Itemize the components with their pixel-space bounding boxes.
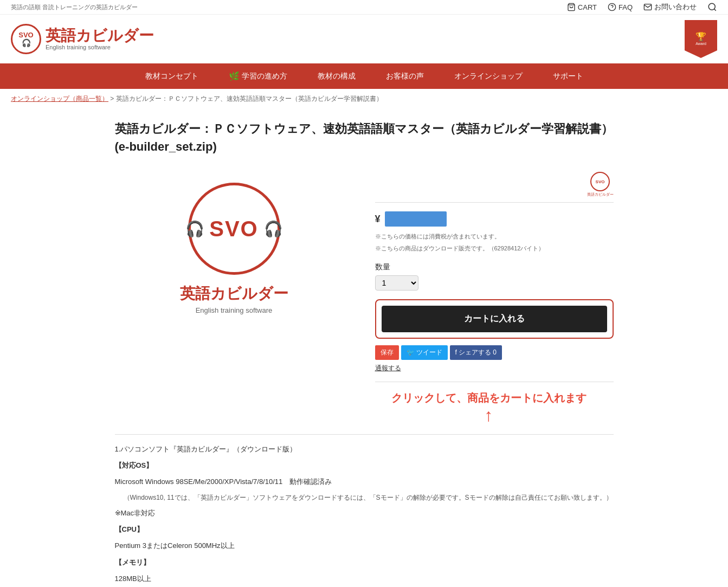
tagline: 英語の語順 音読トレーニングの英語カビルダー bbox=[11, 3, 138, 11]
product-details-area: SVO 英語カビルダー ¥ ※こちらの価格には消費税が含まれています。 ※こちら… bbox=[375, 172, 614, 425]
small-logo-circle: SVO bbox=[590, 172, 610, 191]
nav-item-okyakusama[interactable]: お客様の声 bbox=[371, 64, 439, 89]
desc-line1: 1.パソコンソフト『英語カビルダー』（ダウンロード版） bbox=[115, 443, 614, 455]
main-separator bbox=[115, 434, 614, 435]
main-nav: 教材コンセプト 🌿 学習の進め方 教材の構成 お客様の声 オンラインショップ サ… bbox=[0, 63, 728, 89]
contact-link[interactable]: お問い合わせ bbox=[643, 2, 697, 12]
facebook-icon: f bbox=[455, 349, 457, 356]
header: SVO 🎧 英語カビルダー English training software … bbox=[0, 15, 728, 63]
contact-label: お問い合わせ bbox=[654, 2, 697, 12]
logo-circle: SVO 🎧 bbox=[11, 24, 41, 54]
product-brand-sub: English training software bbox=[196, 306, 273, 314]
twitter-icon: 🐦 bbox=[407, 349, 415, 356]
desc-line9: 128MB以上 bbox=[115, 573, 614, 585]
price-note2: ※こちらの商品はダウンロード販売です。（62928412バイト） bbox=[375, 244, 614, 254]
social-row: 保存 🐦 ツイード f シェアする 0 bbox=[375, 345, 614, 360]
price-currency: ¥ bbox=[375, 214, 381, 225]
nav-item-kousei[interactable]: 教材の構成 bbox=[302, 64, 371, 89]
top-bar-actions: CART FAQ お問い合わせ bbox=[567, 2, 717, 12]
desc-line2: 【対応OS】 bbox=[115, 460, 614, 472]
desc-line4: （Windows10, 11では、「英語カビルダー」ソフトウェアをダウンロードす… bbox=[115, 492, 614, 503]
nav-item-gakushu[interactable]: 🌿 学習の進め方 bbox=[214, 63, 302, 89]
nav-item-kyouzai[interactable]: 教材コンセプト bbox=[130, 64, 214, 89]
desc-line7: Pentium 3またはCeleron 500MHz以上 bbox=[115, 540, 614, 552]
product-image-area: 🎧 SVO 🎧 英語カビルダー English training softwar… bbox=[115, 172, 353, 314]
tweet-button[interactable]: 🐦 ツイード bbox=[401, 345, 448, 360]
cart-icon bbox=[567, 3, 576, 11]
leaf-icon: 🌿 bbox=[229, 71, 240, 81]
price-value bbox=[385, 211, 447, 227]
logo-headphones-icon: 🎧 bbox=[18, 38, 33, 47]
cart-button-wrap: カートに入れる bbox=[375, 299, 614, 339]
faq-icon bbox=[608, 3, 616, 11]
cart-label: CART bbox=[578, 3, 597, 11]
description-area: 1.パソコンソフト『英語カビルダー』（ダウンロード版） 【対応OS】 Micro… bbox=[115, 443, 614, 587]
faq-link[interactable]: FAQ bbox=[608, 3, 633, 11]
logo-area: SVO 🎧 英語カビルダー English training software bbox=[11, 24, 154, 54]
product-circle: 🎧 SVO 🎧 bbox=[188, 183, 280, 275]
small-svo: SVO bbox=[596, 179, 605, 184]
price-row: ¥ bbox=[375, 202, 614, 227]
faq-label: FAQ bbox=[619, 3, 633, 11]
breadcrumb-current: 英語カビルダー：ＰＣソフトウェア、速効英語語順マスター（英語カビルダー学習解説書… bbox=[116, 95, 383, 102]
red-arrow-icon: ↑ bbox=[485, 405, 493, 425]
search-icon[interactable] bbox=[707, 2, 717, 12]
breadcrumb-link[interactable]: オンラインショップ（商品一覧） bbox=[11, 95, 108, 102]
share-button[interactable]: f シェアする 0 bbox=[450, 345, 502, 360]
headphones-right-icon: 🎧 bbox=[264, 220, 283, 238]
add-to-cart-button[interactable]: カートに入れる bbox=[382, 306, 607, 332]
notify-link[interactable]: 通報する bbox=[375, 364, 401, 372]
product-svo-text: SVO bbox=[209, 217, 258, 241]
cart-link[interactable]: CART bbox=[567, 3, 597, 11]
svg-point-3 bbox=[708, 3, 715, 10]
logo-subtitle: English training software bbox=[46, 44, 154, 50]
top-bar: 英語の語順 音読トレーニングの英語カビルダー CART FAQ お問い合わせ bbox=[0, 0, 728, 15]
logo-svo: SVO bbox=[18, 31, 33, 38]
product-brand-name: 英語カビルダー bbox=[180, 283, 288, 304]
award-badge: 🏆 Award bbox=[685, 20, 717, 58]
product-title: 英語カビルダー：ＰＣソフトウェア、速効英語語順マスター（英語カビルダー学習解説書… bbox=[115, 120, 614, 156]
nav-item-support[interactable]: サポート bbox=[538, 64, 598, 89]
desc-line6: 【CPU】 bbox=[115, 524, 614, 536]
headphones-left-icon: 🎧 bbox=[185, 220, 204, 238]
annotation-text: クリックして、商品をカートに入れます bbox=[391, 391, 587, 405]
quantity-label: 数量 bbox=[375, 262, 614, 272]
save-button[interactable]: 保存 bbox=[375, 345, 399, 360]
separator bbox=[375, 382, 614, 382]
price-note1: ※こちらの価格には消費税が含まれています。 bbox=[375, 232, 614, 242]
quantity-select[interactable]: 1 2 3 bbox=[375, 275, 418, 291]
breadcrumb-separator: > bbox=[110, 95, 115, 102]
breadcrumb: オンラインショップ（商品一覧） > 英語カビルダー：ＰＣソフトウェア、速効英語語… bbox=[0, 89, 728, 109]
logo-name: 英語カビルダー bbox=[46, 28, 154, 44]
product-logo-large: 🎧 SVO 🎧 英語カビルダー English training softwar… bbox=[180, 183, 288, 314]
contact-icon bbox=[643, 3, 652, 11]
small-logo-wrap: SVO 英語カビルダー bbox=[375, 172, 614, 197]
nav-item-online-shop[interactable]: オンラインショップ bbox=[439, 64, 538, 89]
desc-line3: Microsoft Windows 98SE/Me/2000/XP/Vista/… bbox=[115, 476, 614, 488]
desc-line8: 【メモリ】 bbox=[115, 557, 614, 569]
desc-line5: ※Mac非対応 bbox=[115, 507, 614, 519]
small-logo-text: 英語カビルダー bbox=[587, 192, 614, 197]
annotation-area: クリックして、商品をカートに入れます ↑ bbox=[375, 391, 614, 425]
svg-line-4 bbox=[714, 9, 716, 10]
